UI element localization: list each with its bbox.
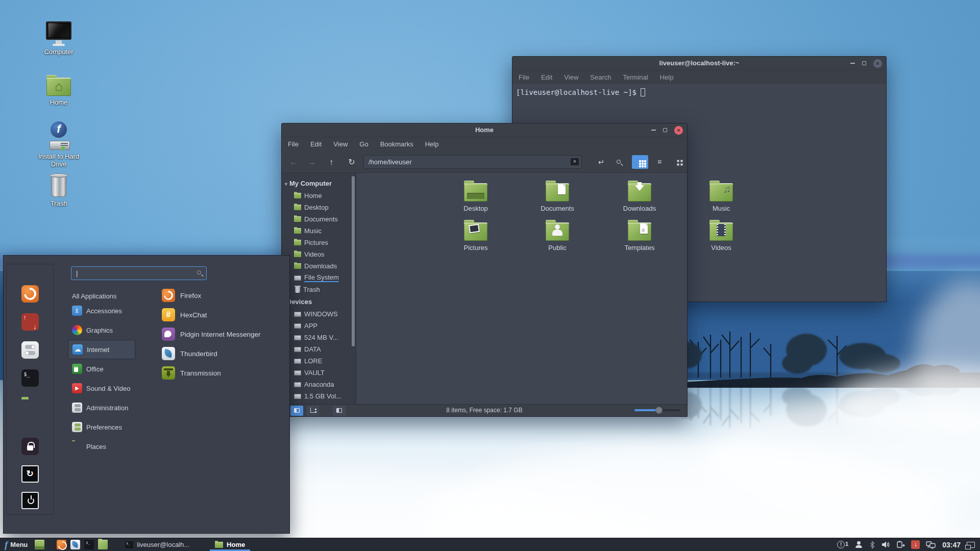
sidebar-item-lore[interactable]: LORE xyxy=(282,355,356,367)
minimize-button[interactable] xyxy=(651,130,656,131)
folder-music[interactable]: ♫ Music xyxy=(691,183,752,212)
folder-pictures[interactable]: Pictures xyxy=(445,222,506,252)
thunderbird-launcher[interactable] xyxy=(70,540,80,549)
close-button[interactable]: × xyxy=(674,126,683,135)
zoom-slider-knob[interactable] xyxy=(655,407,663,414)
terminal-favorite-icon[interactable]: $_ xyxy=(21,369,39,387)
menu-edit[interactable]: Edit xyxy=(541,73,552,81)
desktop-icon-trash[interactable]: Trash xyxy=(31,176,87,207)
sidebar-item-windows[interactable]: WINDOWS xyxy=(282,308,356,320)
sidebar-item-524mb-volume[interactable]: 524 MB V... xyxy=(282,332,356,343)
shutdown-icon[interactable] xyxy=(21,492,39,509)
back-button[interactable]: ← xyxy=(286,155,301,169)
software-updater-icon[interactable]: ↑↓ xyxy=(21,313,39,331)
folder-desktop[interactable]: Desktop xyxy=(445,183,506,212)
network-icon[interactable] xyxy=(926,541,936,549)
sidebar-item-data[interactable]: DATA xyxy=(282,343,356,355)
folder-view[interactable]: Desktop Documents Downloads ♫ Music Pict… xyxy=(356,173,687,404)
sidebar-section-header[interactable]: ▾My Computer xyxy=(282,177,356,190)
category-office[interactable]: Office xyxy=(68,359,135,379)
desktop-icon-home[interactable]: ⌂ Home xyxy=(31,78,87,106)
forward-button[interactable]: → xyxy=(304,155,320,169)
app-item-thunderbird[interactable]: Thunderbird xyxy=(162,344,217,363)
menu-view[interactable]: View xyxy=(333,140,348,148)
sidebar-item-home[interactable]: Home xyxy=(282,190,356,202)
maximize-button[interactable] xyxy=(663,128,667,132)
sidebar-item-15gb-volume[interactable]: 1.5 GB Vol... xyxy=(282,390,356,402)
icon-view-button[interactable] xyxy=(632,155,648,169)
workspace-switcher-icon[interactable] xyxy=(967,542,975,548)
system-settings-icon[interactable] xyxy=(21,341,39,359)
user-applet-icon[interactable] xyxy=(854,540,863,549)
files-launcher[interactable] xyxy=(98,540,108,549)
menu-terminal[interactable]: Terminal xyxy=(623,73,648,81)
logout-icon[interactable]: ↻ xyxy=(21,465,39,483)
clock[interactable]: 03:47 xyxy=(942,541,961,549)
sidebar-item-music[interactable]: Music xyxy=(282,225,356,237)
firefox-launcher[interactable] xyxy=(57,540,66,549)
menu-file[interactable]: File xyxy=(519,73,529,81)
menu-go[interactable]: Go xyxy=(359,140,368,148)
sidebar-item-anaconda[interactable]: Anaconda xyxy=(282,379,356,390)
menu-view[interactable]: View xyxy=(564,73,578,81)
category-sound-video[interactable]: ▶Sound & Video xyxy=(68,379,135,398)
sidebar-item-app[interactable]: APP xyxy=(282,320,356,332)
menu-help[interactable]: Help xyxy=(425,140,439,148)
file-manager-titlebar[interactable]: Home × xyxy=(282,123,687,137)
updates-applet-icon[interactable]: ↓ xyxy=(911,540,920,549)
folder-templates[interactable]: a Templates xyxy=(609,222,670,252)
app-item-transmission[interactable]: Transmission xyxy=(162,363,221,383)
terminal-titlebar[interactable]: liveuser@localhost-live:~ × xyxy=(512,57,886,70)
category-preferences[interactable]: Preferences xyxy=(68,417,135,437)
sidebar-item-videos[interactable]: Videos xyxy=(282,248,356,260)
folder-public[interactable]: Public xyxy=(527,222,588,252)
bluetooth-icon[interactable] xyxy=(869,541,875,549)
lock-screen-icon[interactable] xyxy=(21,438,39,455)
show-desktop-button[interactable] xyxy=(35,540,44,549)
app-item-firefox[interactable]: Firefox xyxy=(162,286,201,305)
menu-search[interactable]: Search xyxy=(590,73,611,81)
sidebar-item-file-system[interactable]: File System xyxy=(282,272,356,284)
location-bar[interactable]: /home/liveuser × xyxy=(363,155,582,169)
category-graphics[interactable]: Graphics xyxy=(68,320,135,340)
app-item-hexchat[interactable]: #HexChat xyxy=(162,305,207,324)
category-administration[interactable]: Administration xyxy=(68,398,135,417)
menu-button[interactable]: f Menu xyxy=(0,538,35,551)
firefox-favorite-icon[interactable] xyxy=(21,285,39,303)
clear-location-icon[interactable]: × xyxy=(571,158,579,165)
power-battery-icon[interactable] xyxy=(896,541,905,548)
compact-view-button[interactable] xyxy=(670,155,686,169)
menu-search-input[interactable]: | xyxy=(71,266,207,280)
refresh-button[interactable]: ↻ xyxy=(344,155,359,169)
maximize-button[interactable] xyxy=(862,61,866,65)
menu-file[interactable]: File xyxy=(288,140,299,148)
sidebar-item-documents[interactable]: Documents xyxy=(282,213,356,225)
search-icon[interactable] xyxy=(611,155,628,169)
taskbar-window-home[interactable]: Home xyxy=(210,538,250,551)
desktop-icon-install[interactable]: ▼ f Install to Hard Drive xyxy=(31,123,87,168)
up-button[interactable]: ↑ xyxy=(324,155,339,169)
notifications-applet[interactable]: ! 1 xyxy=(837,541,848,548)
close-button[interactable]: × xyxy=(873,59,882,68)
sidebar-item-trash[interactable]: Trash xyxy=(282,284,356,295)
folder-documents[interactable]: Documents xyxy=(527,183,588,212)
volume-icon[interactable] xyxy=(881,541,890,548)
category-internet[interactable]: ☁Internet xyxy=(68,340,135,359)
files-favorite-icon[interactable] xyxy=(21,399,39,416)
category-accessories[interactable]: ✂Accessories xyxy=(68,301,135,320)
folder-videos[interactable]: Videos xyxy=(691,222,752,252)
minimize-button[interactable] xyxy=(850,63,855,64)
sidebar-item-vault[interactable]: VAULT xyxy=(282,367,356,379)
list-view-button[interactable]: ≡ xyxy=(651,155,668,169)
sidebar-item-pictures[interactable]: Pictures xyxy=(282,237,356,248)
sidebar-item-downloads[interactable]: Downloads xyxy=(282,260,356,272)
taskbar-window-terminal[interactable]: $_ liveuser@localh... xyxy=(120,538,194,551)
app-item-pidgin[interactable]: Pidgin Internet Messenger xyxy=(162,324,261,344)
menu-bookmarks[interactable]: Bookmarks xyxy=(380,140,413,148)
toggle-location-entry-icon[interactable]: ↵ xyxy=(593,155,609,169)
zoom-slider[interactable] xyxy=(634,409,680,411)
sidebar-scrollbar[interactable] xyxy=(352,176,355,346)
menu-help[interactable]: Help xyxy=(660,73,674,81)
folder-downloads[interactable]: Downloads xyxy=(609,183,670,212)
sidebar-item-desktop[interactable]: Desktop xyxy=(282,202,356,213)
